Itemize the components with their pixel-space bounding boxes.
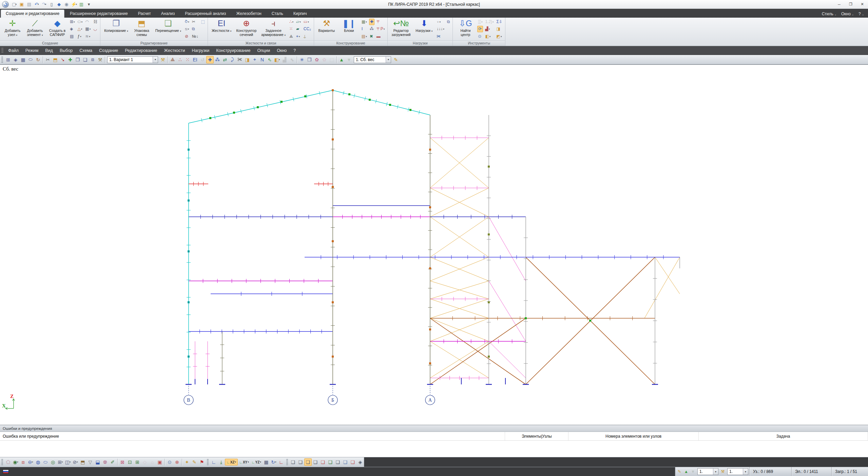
delete-plane-icon[interactable]: ⧅▾ [184, 26, 190, 32]
poly-select-icon[interactable]: ⬠ [4, 458, 12, 466]
select-zoom-icon[interactable]: ⬚ [200, 19, 206, 25]
model-node[interactable] [389, 104, 391, 106]
wall-f-icon[interactable]: ▬ [376, 33, 386, 40]
preset-reinforcement-button[interactable]: ⫞Заданноеармирование ▾ [259, 18, 287, 40]
model-node[interactable] [332, 138, 334, 140]
spin-icon[interactable]: ⤸ [229, 56, 236, 63]
flag-mark-icon[interactable]: ⚑ [198, 458, 206, 466]
springs-icon[interactable]: ⁙ [184, 56, 191, 63]
create-surface-fxy-icon[interactable]: ƒ▾ [77, 33, 83, 40]
concrete-cube-icon[interactable]: ▦▾ [361, 19, 368, 25]
tab-inactive[interactable]: Анализ [156, 10, 180, 18]
add-node-icon[interactable]: ✚ [66, 56, 74, 63]
stiffness-button[interactable]: EIЖесткости ▾ [210, 18, 233, 40]
grid-display-icon[interactable]: ⊞▾ [57, 458, 64, 466]
copy-button[interactable]: ❐Копирование ▾ [102, 18, 130, 40]
rotate-view-icon[interactable]: ⟳ [477, 26, 483, 32]
menu-?[interactable]: ? [290, 46, 299, 55]
model-node[interactable] [429, 328, 431, 330]
copy-block-icon[interactable]: ⧈ [89, 56, 96, 63]
show-solid-icon[interactable]: ⬭ [27, 56, 34, 63]
errors-column-header[interactable]: Номера элементов или узлов [568, 432, 699, 440]
flower-dis-icon[interactable]: ✿ [321, 56, 328, 63]
sel-crossed-icon[interactable]: ⊠ [119, 458, 126, 466]
cursor-dis-icon[interactable]: ⬉ [288, 56, 296, 63]
model-node[interactable] [525, 317, 527, 319]
model-member[interactable] [489, 281, 526, 341]
model-book-icon[interactable]: ▯ [48, 1, 55, 8]
structural-model[interactable]: ВБАZX [0, 65, 868, 423]
run-calculation-icon[interactable]: ⚡▾ [71, 1, 77, 8]
menu-редактирование[interactable]: Редактирование [121, 46, 160, 55]
model-node[interactable] [589, 320, 591, 322]
model-node[interactable] [429, 267, 431, 269]
axes-n-icon[interactable]: N [258, 56, 266, 63]
rotate-icon[interactable]: ⥁▾ [184, 19, 190, 25]
create-cylinder-icon[interactable]: ⬭▾ [77, 19, 83, 25]
app-icon[interactable] [2, 1, 9, 8]
hinge-valve-icon[interactable]: ⌖▾ [295, 33, 302, 40]
adjust-icon[interactable]: ⚒ [96, 56, 104, 63]
section-constructor-button[interactable]: ⊕Конструкторсечений [234, 18, 258, 40]
marquee-dis-icon[interactable]: ⬚ [328, 56, 335, 63]
zoom-in-icon[interactable]: ⊙ [166, 458, 173, 466]
fan-icon[interactable]: ✳ [298, 56, 306, 63]
loadcase-prev-icon[interactable]: ▲ [683, 468, 690, 475]
model-member[interactable] [655, 257, 680, 294]
model-node[interactable] [332, 356, 334, 358]
model-member[interactable] [489, 217, 526, 281]
errors-column-header[interactable]: Ошибка или предупреждение [0, 432, 505, 440]
exchange-icon[interactable]: ⇄ [221, 56, 229, 63]
results-icon[interactable]: ▥ [78, 1, 85, 8]
cut-loads-icon[interactable]: ✀ [236, 56, 244, 63]
create-cone-icon[interactable]: △▾ [77, 26, 83, 32]
flower-icon[interactable]: ✿ [313, 56, 321, 63]
numbering-12-icon[interactable]: 1.2)▾ [484, 19, 494, 25]
model-node[interactable] [188, 250, 190, 252]
tab-inactive[interactable]: Кирпич [289, 10, 312, 18]
model-node[interactable] [332, 89, 334, 91]
iso-9-icon[interactable]: ❏ [349, 458, 356, 466]
model-node[interactable] [332, 240, 334, 242]
model-node[interactable] [488, 233, 490, 235]
brush-icon[interactable]: ✐ [109, 458, 116, 466]
c-squares-icon[interactable]: ◧▾ [484, 33, 494, 40]
stripes-icon[interactable]: ◍ [34, 458, 42, 466]
brick-wall-icon[interactable]: ▤▾ [361, 33, 368, 40]
model-node[interactable] [488, 166, 490, 168]
resize-icon[interactable]: ⧉ [191, 26, 199, 32]
add-element-design-icon[interactable]: ✚ [369, 19, 374, 25]
tabrow-control[interactable]: Стиль ⌄ [822, 12, 836, 16]
new-document-icon[interactable]: ▢▾ [11, 1, 18, 8]
variant-combo[interactable]: 1. Вариант 1▼ [107, 56, 158, 63]
sapfir-import-icon[interactable]: ◆ [56, 1, 62, 8]
tab-inactive[interactable]: Расширенное редактирование [65, 10, 133, 18]
iso-4-icon[interactable]: ❏ [312, 458, 319, 466]
menu-опции[interactable]: Опции [254, 46, 274, 55]
qat-overflow-icon[interactable]: ▾ [85, 1, 92, 8]
model-node[interactable] [369, 99, 371, 101]
language-flag-icon[interactable] [3, 470, 9, 474]
weight-load-icon[interactable]: ⍖▾ [436, 19, 445, 25]
create-building-icon[interactable]: ▤ [69, 33, 76, 40]
find-center-button[interactable]: ⇩GНайтицентр [455, 18, 476, 40]
off-display-icon[interactable]: ⊘▾ [72, 458, 79, 466]
loadcase-editor-button[interactable]: ↩№Редакторзагружений [390, 18, 412, 40]
springs-icon[interactable]: ⁙ [289, 26, 294, 32]
iso-3-icon[interactable]: ❏ [304, 458, 312, 466]
model-canvas[interactable]: ВБАZX Сб. вес [0, 64, 868, 425]
model-node[interactable] [332, 301, 334, 303]
menu-окно[interactable]: Окно [273, 46, 290, 55]
loadcase-next-icon[interactable]: ▼ [690, 468, 696, 475]
variant-combo-dropdown[interactable]: ▼ [153, 57, 158, 63]
status-variant-combo[interactable]: 1.▼ [727, 468, 748, 475]
filter-icon[interactable]: ▽ [86, 458, 94, 466]
model-node[interactable] [188, 199, 190, 202]
unify-elements-icon[interactable]: ⁂ [369, 26, 374, 32]
color-scale-icon[interactable]: ▒▾ [477, 19, 483, 25]
model-node[interactable] [233, 112, 235, 114]
pack-scheme-icon[interactable]: ⬒ [52, 56, 59, 63]
copy-loads-icon[interactable]: ⧉ [446, 19, 451, 25]
distributed-load-icon[interactable]: ↓↓↓▾ [436, 26, 445, 32]
loads-display-icon[interactable]: ⬒ [79, 458, 86, 466]
